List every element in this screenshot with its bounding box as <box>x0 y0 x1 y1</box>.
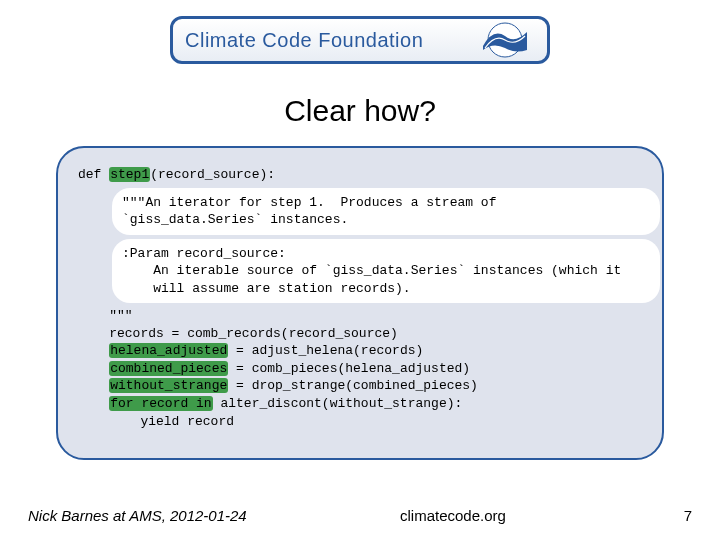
footer-url: climatecode.org <box>400 507 506 524</box>
code-line: records = comb_records(record_source) <box>78 325 642 343</box>
doc-line: will assume are station records). <box>122 280 650 298</box>
code-line: without_strange = drop_strange(combined_… <box>78 377 642 395</box>
highlight-combined: combined_pieces <box>109 361 228 376</box>
code-line: helena_adjusted = adjust_helena(records) <box>78 342 642 360</box>
logo-text: Climate Code Foundation <box>185 29 423 52</box>
code-line: yield record <box>78 413 642 431</box>
code-def-line: def step1(record_source): <box>78 166 642 184</box>
doc-line: An iterable source of `giss_data.Series`… <box>122 262 650 280</box>
docstring-block-1: """An iterator for step 1. Produces a st… <box>112 188 660 235</box>
highlight-for: for record in <box>109 396 212 411</box>
docstring-block-2: :Param record_source: An iterable source… <box>112 239 660 304</box>
code-line: """ <box>78 307 642 325</box>
highlight-helena: helena_adjusted <box>109 343 228 358</box>
footer: Nick Barnes at AMS, 2012-01-24 climateco… <box>28 507 692 524</box>
doc-line: """An iterator for step 1. Produces a st… <box>122 194 650 212</box>
logo-banner: Climate Code Foundation <box>170 16 550 64</box>
code-line: for record in alter_discont(without_stra… <box>78 395 642 413</box>
footer-author: Nick Barnes at AMS, 2012-01-24 <box>28 507 247 524</box>
code-line: combined_pieces = comb_pieces(helena_adj… <box>78 360 642 378</box>
slide-title: Clear how? <box>0 94 720 128</box>
highlight-step1: step1 <box>109 167 150 182</box>
page-number: 7 <box>684 507 692 524</box>
doc-line: `giss_data.Series` instances. <box>122 211 650 229</box>
logo-container: Climate Code Foundation <box>170 16 550 64</box>
wave-icon <box>475 22 535 58</box>
highlight-without: without_strange <box>109 378 228 393</box>
doc-line: :Param record_source: <box>122 245 650 263</box>
code-block: def step1(record_source): """An iterator… <box>56 146 664 460</box>
